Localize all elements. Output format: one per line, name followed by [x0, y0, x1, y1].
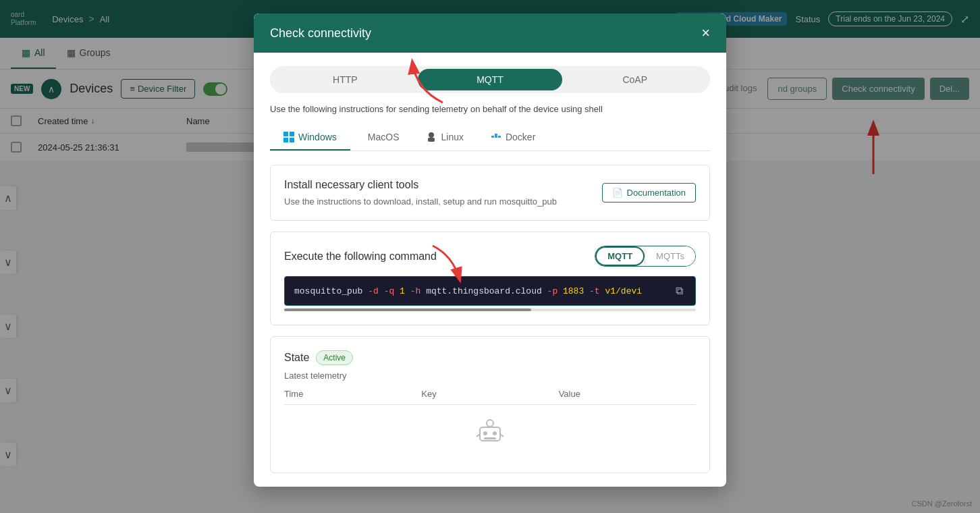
proto-coap-tab[interactable]: CoAP — [562, 69, 707, 90]
doc-icon: 📄 — [612, 188, 623, 198]
svg-rect-3 — [290, 138, 294, 142]
proto-http-tab[interactable]: HTTP — [273, 69, 418, 90]
cmd-mqtt-btn[interactable]: MQTT — [595, 246, 645, 266]
os-linux-tab[interactable]: Linux — [412, 125, 477, 151]
state-label: State — [284, 352, 309, 364]
tel-col-value: Value — [559, 389, 696, 399]
command-text: mosquitto_pub -d -q 1 -h mqtt.thingsboar… — [294, 286, 673, 296]
cmd-flag-p: -p — [547, 286, 558, 296]
cmd-val-q: 1 — [400, 286, 405, 296]
windows-icon — [283, 132, 294, 142]
protocol-tabs: HTTP MQTT CoAP — [270, 66, 710, 93]
svg-point-11 — [487, 420, 493, 427]
svg-rect-7 — [495, 136, 497, 138]
cmd-flag-q: -q — [384, 286, 395, 296]
cmd-flag-h: -h — [410, 286, 421, 296]
os-macos-label: MacOS — [368, 132, 400, 142]
cmd-flag-t: -t — [589, 286, 600, 296]
modal-title: Check connectivity — [270, 26, 371, 40]
copy-command-btn[interactable]: ⧉ — [673, 285, 686, 297]
latest-telemetry-label: Latest telemetry — [284, 371, 696, 381]
tel-col-key: Key — [421, 389, 558, 399]
documentation-btn[interactable]: 📄 Documentation — [602, 183, 696, 202]
cmd-mqtts-btn[interactable]: MQTTs — [645, 246, 695, 266]
cmd-flag-d: -d — [368, 286, 379, 296]
install-tools-section: Install necessary client tools Use the i… — [270, 165, 710, 221]
svg-rect-5 — [428, 138, 435, 142]
proto-mqtt-tab[interactable]: MQTT — [418, 69, 563, 90]
os-windows-label: Windows — [298, 132, 337, 142]
doc-btn-label: Documentation — [627, 188, 686, 198]
svg-point-4 — [429, 132, 434, 138]
cmd-proto-btns: MQTT MQTTs — [595, 246, 696, 267]
execute-command-section: Execute the following command MQTT MQTTs — [270, 232, 710, 325]
svg-rect-15 — [484, 437, 496, 439]
modal-header: Check connectivity × — [254, 14, 726, 53]
cmd-val-h: mqtt.thingsboard.cloud — [426, 286, 542, 296]
command-box: mosquitto_pub -d -q 1 -h mqtt.thingsboar… — [284, 276, 696, 306]
os-tabs: Windows MacOS Linux — [270, 125, 710, 151]
svg-rect-1 — [290, 132, 294, 136]
cmd-val-t: v1/devi — [605, 286, 642, 296]
modal-body: HTTP MQTT CoAP Use the following instruc… — [254, 53, 726, 487]
docker-icon — [491, 132, 501, 142]
svg-rect-6 — [491, 136, 494, 138]
check-connectivity-modal: Check connectivity × HTTP MQTT CoAP Use … — [254, 14, 726, 487]
cmd-plain-1: mosquitto_pub — [294, 286, 362, 296]
svg-point-14 — [493, 431, 497, 435]
state-badge: Active — [316, 350, 353, 365]
command-title: Execute the following command — [284, 250, 437, 263]
svg-rect-9 — [495, 134, 497, 136]
empty-telemetry — [284, 405, 696, 459]
modal-overlay: Check connectivity × HTTP MQTT CoAP Use … — [0, 0, 980, 513]
install-title: Install necessary client tools — [284, 179, 557, 191]
os-windows-tab[interactable]: Windows — [270, 125, 350, 151]
os-macos-tab[interactable]: MacOS — [350, 125, 413, 151]
svg-rect-8 — [498, 136, 501, 138]
os-docker-label: Docker — [506, 132, 535, 142]
instructions-text: Use the following instructions for sendi… — [270, 104, 710, 114]
svg-rect-0 — [283, 132, 288, 136]
os-docker-tab[interactable]: Docker — [477, 125, 549, 151]
cmd-val-p: 1883 — [563, 286, 584, 296]
modal-close-btn[interactable]: × — [701, 26, 710, 40]
svg-point-13 — [483, 431, 487, 435]
tel-col-time: Time — [284, 389, 421, 399]
command-scrollbar[interactable] — [284, 308, 696, 311]
install-desc: Use the instructions to download, instal… — [284, 196, 557, 207]
robot-icon — [473, 415, 507, 449]
linux-icon — [426, 132, 437, 142]
state-section: State Active Latest telemetry Time Key V… — [270, 336, 710, 473]
os-linux-label: Linux — [441, 132, 463, 142]
telemetry-header: Time Key Value — [284, 389, 696, 405]
svg-rect-2 — [283, 138, 288, 142]
